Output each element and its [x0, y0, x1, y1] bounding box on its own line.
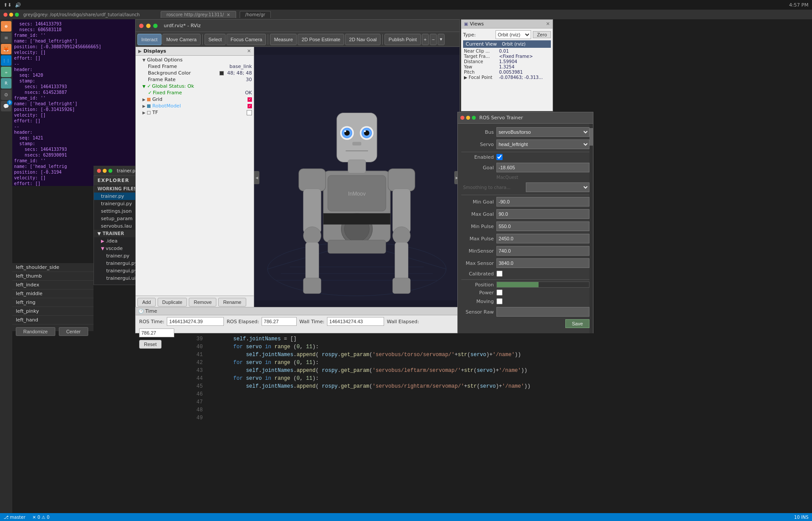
list-item-thumb[interactable]: left_thumb: [12, 272, 93, 281]
app-icon-java[interactable]: ☕: [1, 67, 11, 77]
tf-item[interactable]: ▶ TF: [136, 109, 254, 116]
duplicate-display-button[interactable]: Duplicate: [158, 298, 187, 307]
servo-select[interactable]: head_leftright: [496, 139, 589, 149]
min-sensor-label: MinSensor: [461, 248, 496, 254]
position-fill: [497, 282, 539, 287]
tf-checkbox[interactable]: [247, 110, 252, 115]
robot-model-item[interactable]: ▶ RobotModel ✓: [136, 103, 254, 109]
frame-rate-item[interactable]: Frame Rate 30: [136, 76, 254, 83]
global-status-item[interactable]: ▼ ✓ Global Status: Ok: [136, 83, 254, 89]
app-icon-settings[interactable]: ⚙: [1, 89, 11, 100]
line-col-indicator: 10 INS: [794, 515, 808, 520]
sensor-raw-input[interactable]: [496, 307, 589, 317]
goal-row: Goal: [461, 163, 589, 172]
min-pulse-input[interactable]: [496, 221, 589, 231]
max-sensor-input[interactable]: [496, 258, 589, 268]
more-toolbar-button[interactable]: ▾: [438, 34, 445, 45]
sensor-raw-row: Sensor Raw: [461, 307, 589, 317]
max-pulse-label: Max Pulse: [461, 236, 496, 242]
move-camera-button[interactable]: Move Camera: [162, 34, 201, 45]
enabled-row: Enabled: [461, 154, 589, 160]
svg-rect-33: [395, 243, 408, 280]
app-icon-firefox[interactable]: 🦊: [1, 44, 11, 54]
close-tab-icon[interactable]: ×: [226, 12, 230, 17]
save-button[interactable]: Save: [565, 319, 589, 328]
app-icon-rviz[interactable]: R: [1, 78, 11, 89]
tf-color-icon: [147, 111, 151, 114]
list-item-shoulder[interactable]: left_shoulder_side: [12, 263, 93, 272]
min-goal-input[interactable]: [496, 197, 589, 207]
near-clip-value: 0.01: [499, 49, 509, 54]
list-item-pinky[interactable]: left_pinky: [12, 307, 93, 316]
servo-scrollbar[interactable]: [589, 124, 593, 336]
select-button[interactable]: Select: [205, 34, 226, 45]
roscore-tab[interactable]: roscore http://grey:11311/: [166, 12, 224, 17]
add-display-button[interactable]: Add: [137, 298, 156, 307]
list-item-index[interactable]: left_index: [12, 281, 93, 289]
list-item-ring[interactable]: left_ring: [12, 298, 93, 307]
app-icon-2[interactable]: ≡: [1, 32, 11, 43]
max-pulse-input[interactable]: [496, 234, 589, 243]
line-num-40: 40: [189, 343, 203, 351]
bus-label: Bus: [461, 129, 496, 135]
global-options-label: Global Options: [147, 57, 252, 63]
3d-view[interactable]: InMoov ◀ ▶: [254, 47, 460, 308]
background-color-item[interactable]: Background Color 48; 48; 48: [136, 70, 254, 76]
status-branch: ⎇ master: [4, 515, 25, 520]
app-icon-1[interactable]: ⊕: [1, 21, 11, 32]
ros-elapsed-input[interactable]: [262, 317, 297, 326]
global-options-item[interactable]: ▼ Global Options: [136, 57, 254, 63]
views-zero-button[interactable]: Zero: [533, 31, 551, 38]
list-item-hand[interactable]: left_hand: [12, 316, 93, 325]
views-type-row: Type: Orbit (rviz) Zero: [463, 30, 551, 39]
measure-button[interactable]: Measure: [270, 34, 297, 45]
code-lines[interactable]: self.jointNames = [] for servo in range …: [206, 335, 810, 422]
global-status-fixed-item[interactable]: ✓ Fixed Frame OK: [136, 89, 254, 96]
robot-model-checkbox[interactable]: ✓: [248, 104, 252, 108]
code-line-43: self.jointNames.append( rospy.get_param(…: [208, 351, 810, 359]
robotmodel-color-icon: [147, 104, 151, 108]
moving-checkbox[interactable]: [496, 298, 503, 304]
grid-item[interactable]: ▶ Grid ✓: [136, 96, 254, 103]
app-icon-code[interactable]: ⋮⋮: [1, 55, 11, 66]
center-button[interactable]: Center: [59, 327, 88, 336]
pose-estimate-button[interactable]: 2D Pose Estimate: [298, 34, 344, 45]
ros-time-input[interactable]: [167, 317, 224, 326]
min-sensor-input[interactable]: [496, 246, 589, 256]
wall-time-input[interactable]: [327, 317, 384, 326]
rename-display-button[interactable]: Rename: [218, 298, 246, 307]
enabled-checkbox[interactable]: [496, 154, 503, 160]
views-type-select[interactable]: Orbit (rviz): [496, 30, 531, 39]
line-num-42: 42: [189, 359, 203, 367]
grid-label: Grid: [152, 96, 247, 102]
servo-dot-red: [460, 116, 464, 120]
publish-point-button[interactable]: Publish Point: [384, 34, 420, 45]
power-checkbox[interactable]: [496, 289, 503, 296]
bus-select[interactable]: servoBus/torso: [496, 127, 589, 137]
home-tab[interactable]: /home/gr: [245, 12, 266, 17]
goal-input[interactable]: [496, 163, 589, 172]
calibrated-checkbox[interactable]: [496, 271, 503, 277]
interact-button[interactable]: Interact: [137, 34, 162, 45]
wall-elapsed-input[interactable]: [139, 328, 174, 337]
svg-rect-22: [352, 142, 361, 146]
views-close-button[interactable]: ✕: [546, 21, 550, 27]
smoothing-select[interactable]: [526, 182, 589, 192]
svg-text:InMoov: InMoov: [348, 191, 366, 197]
grid-checkbox[interactable]: ✓: [248, 97, 252, 102]
displays-close-button[interactable]: ✕: [247, 48, 251, 54]
scroll-left-arrow[interactable]: ◀: [254, 171, 259, 184]
servo-scroll-thumb[interactable]: [589, 128, 593, 146]
add-toolbar-button[interactable]: +: [422, 34, 429, 45]
reset-button[interactable]: Reset: [139, 340, 162, 349]
fixed-frame-item[interactable]: Fixed Frame base_link: [136, 63, 254, 70]
randomize-button[interactable]: Randomize: [16, 327, 55, 336]
list-item-middle[interactable]: left_middle: [12, 289, 93, 298]
code-line-45: for servo in range (0, 11):: [208, 359, 810, 367]
max-goal-input[interactable]: [496, 209, 589, 219]
nav-goal-button[interactable]: 2D Nav Goal: [345, 34, 381, 45]
remove-display-button[interactable]: Remove: [189, 298, 216, 307]
focus-camera-button[interactable]: Focus Camera: [226, 34, 266, 45]
views-content: Type: Orbit (rviz) Zero Current View Orb…: [461, 29, 553, 82]
minus-toolbar-button[interactable]: −: [430, 34, 437, 45]
